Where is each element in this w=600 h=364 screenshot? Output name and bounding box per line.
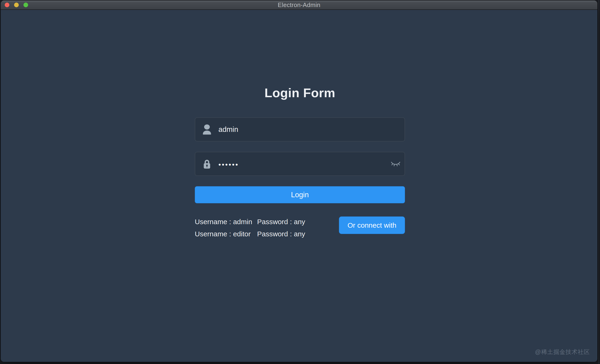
login-form: Login Form bbox=[195, 86, 405, 240]
titlebar[interactable]: Electron-Admin bbox=[1, 0, 597, 10]
lock-icon bbox=[195, 159, 218, 169]
login-tips: Username : admin Password : any Username… bbox=[195, 216, 305, 240]
window-title: Electron-Admin bbox=[278, 1, 320, 9]
page-title: Login Form bbox=[195, 86, 405, 100]
bottom-row: Username : admin Password : any Username… bbox=[195, 216, 405, 240]
username-field[interactable] bbox=[195, 117, 405, 141]
close-button[interactable] bbox=[5, 3, 9, 7]
login-page: Login Form bbox=[1, 10, 597, 362]
tip-username: Username : admin bbox=[195, 216, 257, 228]
tip-password: Password : any bbox=[257, 216, 305, 228]
tip-line-admin: Username : admin Password : any bbox=[195, 216, 305, 228]
minimize-button[interactable] bbox=[14, 3, 19, 7]
tip-password: Password : any bbox=[257, 228, 305, 240]
login-button[interactable]: Login bbox=[195, 186, 405, 203]
eye-closed-icon[interactable] bbox=[387, 160, 404, 167]
tip-line-editor: Username : editor Password : any bbox=[195, 228, 305, 240]
watermark: @稀土掘金技术社区 bbox=[535, 348, 590, 356]
tip-username: Username : editor bbox=[195, 228, 257, 240]
user-icon bbox=[195, 124, 218, 135]
password-field[interactable] bbox=[195, 152, 405, 176]
zoom-button[interactable] bbox=[23, 3, 28, 7]
thirdparty-connect-button[interactable]: Or connect with bbox=[339, 217, 405, 234]
traffic-lights bbox=[5, 0, 28, 9]
password-input[interactable] bbox=[218, 153, 387, 175]
app-window: Electron-Admin Login Form bbox=[1, 0, 597, 362]
username-input[interactable] bbox=[218, 118, 404, 141]
